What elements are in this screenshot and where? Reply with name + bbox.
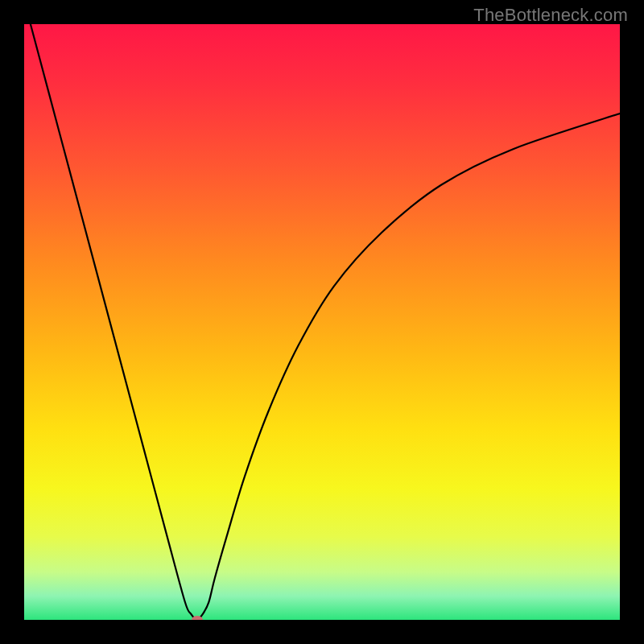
plot-area: [24, 24, 620, 620]
minimum-marker-icon: [192, 616, 203, 620]
bottleneck-curve: [24, 24, 620, 620]
chart-frame: TheBottleneck.com: [0, 0, 644, 644]
watermark-text: TheBottleneck.com: [473, 5, 628, 26]
